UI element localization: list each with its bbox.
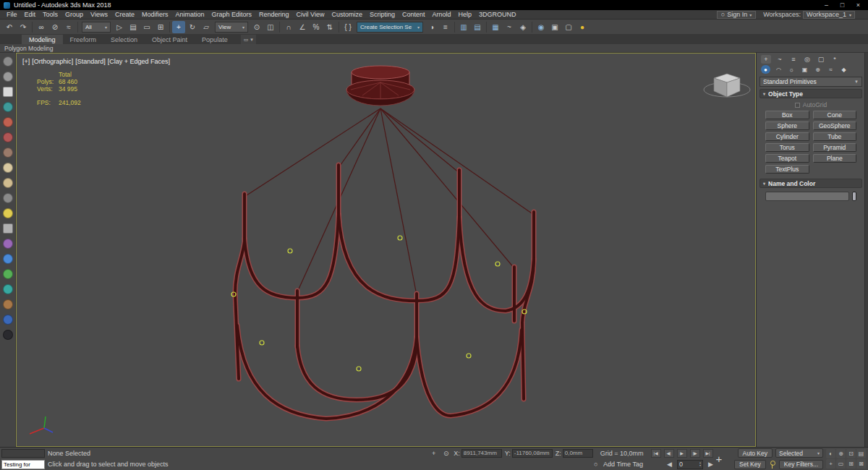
modify-tab-icon[interactable]: ~ xyxy=(775,55,785,64)
schematic-view-icon[interactable]: ◈ xyxy=(516,21,529,33)
left-toolbar-icon[interactable] xyxy=(3,254,13,264)
select-and-link-icon[interactable]: ∞ xyxy=(35,21,48,33)
left-toolbar-icon[interactable] xyxy=(3,132,13,142)
primitive-button-pyramid[interactable]: Pyramid xyxy=(813,143,857,152)
previous-frame-icon[interactable]: ◀| xyxy=(664,449,674,458)
tab-freeform[interactable]: Freeform xyxy=(63,35,104,44)
window-crossing-icon[interactable]: ⊞ xyxy=(154,21,167,33)
ribbon-minimize-icon[interactable]: ▭▾ xyxy=(241,35,256,44)
select-move-icon[interactable]: + xyxy=(172,21,185,33)
selection-filter-dropdown[interactable]: All▾ xyxy=(82,22,111,33)
left-toolbar-icon[interactable] xyxy=(3,56,13,67)
primitive-button-tube[interactable]: Tube xyxy=(813,132,857,141)
menu-graph-editors[interactable]: Graph Editors xyxy=(208,11,255,18)
maxscript-mini-listener[interactable]: Testing for xyxy=(1,460,45,469)
maximize-viewport-icon[interactable]: ⊠ xyxy=(856,459,866,469)
select-object-icon[interactable]: ▷ xyxy=(113,21,126,33)
auto-key-button[interactable]: Auto Key xyxy=(738,448,773,458)
select-by-name-icon[interactable]: ▤ xyxy=(127,21,140,33)
autogrid-checkbox[interactable] xyxy=(795,103,800,108)
menu-tools[interactable]: Tools xyxy=(39,11,61,18)
x-coordinate-field[interactable]: 8911,743mm xyxy=(461,449,502,458)
current-frame-field[interactable]: 0 ▴▾ xyxy=(677,460,703,469)
menu-rendering[interactable]: Rendering xyxy=(255,11,293,18)
rectangular-selection-icon[interactable]: ▭ xyxy=(140,21,153,33)
menu-edit[interactable]: Edit xyxy=(21,11,40,18)
create-tab-icon[interactable]: + xyxy=(761,55,771,64)
select-scale-icon[interactable]: ▱ xyxy=(200,21,213,33)
go-to-start-icon[interactable]: |◀ xyxy=(651,449,661,458)
primitive-button-geosphere[interactable]: GeoSphere xyxy=(813,121,857,130)
viewport-menu-standard[interactable]: [Standard] xyxy=(75,58,106,65)
layer-explorer-icon[interactable]: ▤ xyxy=(471,21,484,33)
render-setup-icon[interactable]: ▣ xyxy=(548,21,561,33)
angle-snap-icon[interactable]: ∠ xyxy=(296,21,309,33)
primitive-category-dropdown[interactable]: Standard Primitives ▼ xyxy=(760,77,862,87)
absolute-offset-toggle-icon[interactable]: ⊙ xyxy=(441,449,451,458)
left-toolbar-icon[interactable] xyxy=(3,299,13,309)
ribbon-toggle-icon[interactable]: ▦ xyxy=(489,21,502,33)
viewport-menu-shading[interactable]: [Clay + Edged Faces] xyxy=(108,58,170,65)
menu-civil-view[interactable]: Civil View xyxy=(293,11,328,18)
tab-object-paint[interactable]: Object Paint xyxy=(145,35,195,44)
primitive-button-cone[interactable]: Cone xyxy=(813,111,857,119)
close-button[interactable]: × xyxy=(852,1,864,9)
orbit-icon[interactable]: ▭ xyxy=(836,459,846,469)
menu-create[interactable]: Create xyxy=(111,11,138,18)
tab-selection[interactable]: Selection xyxy=(103,35,145,44)
spinner-snap-icon[interactable]: ⇅ xyxy=(323,21,336,33)
menu-group[interactable]: Group xyxy=(61,11,87,18)
transform-typein-icon[interactable]: + xyxy=(429,449,438,458)
bind-spacewarp-icon[interactable]: ≈ xyxy=(62,21,75,33)
rendered-frame-icon[interactable]: ▢ xyxy=(562,21,575,33)
left-toolbar-icon[interactable] xyxy=(3,208,13,218)
menu-file[interactable]: File xyxy=(3,11,21,18)
selection-set-dropdown[interactable]: Selected ▾ xyxy=(775,448,823,458)
viewport-canvas[interactable] xyxy=(17,54,755,446)
object-name-input[interactable] xyxy=(765,192,849,201)
primitive-button-textplus[interactable]: TextPlus xyxy=(765,165,809,174)
left-toolbar-icon[interactable] xyxy=(3,163,13,173)
primitive-button-plane[interactable]: Plane xyxy=(813,154,857,163)
display-tab-icon[interactable]: ▢ xyxy=(816,55,826,64)
viewport-menu-view[interactable]: [Orthographic] xyxy=(32,58,73,65)
hierarchy-tab-icon[interactable]: ≡ xyxy=(788,55,799,64)
subtab-polygon-modeling[interactable]: Polygon Modeling xyxy=(4,45,54,52)
panel-scrollbar[interactable] xyxy=(864,53,868,447)
shapes-category-icon[interactable]: ◠ xyxy=(774,65,783,74)
menu-animation[interactable]: Animation xyxy=(171,11,208,18)
use-pivot-center-icon[interactable]: ⊙ xyxy=(250,21,263,33)
workspace-dropdown[interactable]: Workspace_1 ▾ xyxy=(803,11,855,19)
zoom-all-icon[interactable]: ⊕ xyxy=(836,449,846,458)
scene-explorer-icon[interactable]: ▥ xyxy=(457,21,470,33)
curve-editor-icon[interactable]: ~ xyxy=(503,21,516,33)
sign-in-button[interactable]: ○ Sign In ▾ xyxy=(717,11,756,19)
align-icon[interactable]: ≡ xyxy=(439,21,452,33)
object-type-rollout-header[interactable]: ▾ Object Type xyxy=(760,89,862,98)
viewport[interactable]: [+] [Orthographic] [Standard] [Clay + Ed… xyxy=(16,53,756,447)
systems-category-icon[interactable]: ◆ xyxy=(839,65,848,74)
edit-named-selections-icon[interactable]: { } xyxy=(341,21,354,33)
select-rotate-icon[interactable]: ↻ xyxy=(186,21,199,33)
menu-content[interactable]: Content xyxy=(399,11,429,18)
next-frame-icon[interactable]: |▶ xyxy=(690,449,700,458)
unlink-selection-icon[interactable]: ⊘ xyxy=(48,21,61,33)
tab-modeling[interactable]: Modeling xyxy=(22,35,63,44)
key-step-back-icon[interactable]: ◀ xyxy=(665,460,674,469)
left-toolbar-icon[interactable] xyxy=(3,239,13,249)
primitive-button-teapot[interactable]: Teapot xyxy=(765,154,809,163)
maxscript-listener-top[interactable] xyxy=(1,449,45,458)
zoom-icon[interactable]: ◐ xyxy=(826,449,835,458)
key-icon[interactable] xyxy=(769,460,776,469)
primitive-button-sphere[interactable]: Sphere xyxy=(765,121,809,130)
left-toolbar-icon[interactable] xyxy=(3,178,13,188)
z-coordinate-field[interactable]: 0,0mm xyxy=(563,449,593,458)
name-color-rollout-header[interactable]: ▾ Name and Color xyxy=(760,179,862,188)
reference-coordinate-dropdown[interactable]: View▾ xyxy=(215,22,248,33)
left-toolbar-icon[interactable] xyxy=(3,315,13,325)
motion-tab-icon[interactable]: ◎ xyxy=(802,55,812,64)
render-production-icon[interactable]: ● xyxy=(576,21,589,33)
menu-help[interactable]: Help xyxy=(454,11,475,18)
left-toolbar-icon[interactable] xyxy=(3,269,13,279)
left-toolbar-icon[interactable] xyxy=(3,87,13,97)
